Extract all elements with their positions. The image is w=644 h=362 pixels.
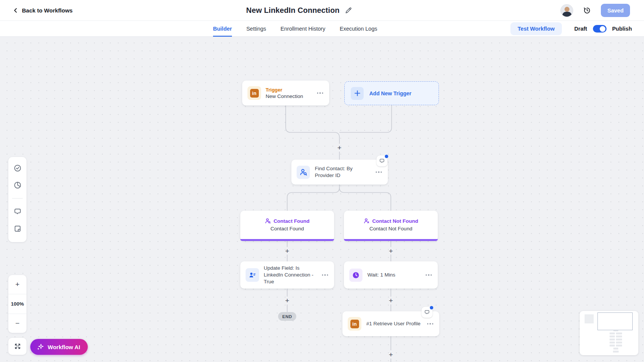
linkedin-icon: in (348, 317, 361, 331)
workflow-ai-label: Workflow AI (48, 344, 80, 350)
edit-title-pencil-icon[interactable] (345, 7, 352, 14)
trigger-subtitle: New Connection (266, 93, 303, 99)
workflow-canvas[interactable]: + + + + + + in Trigger New Connection Ad… (0, 37, 644, 362)
branch-subtitle: Contact Found (271, 226, 304, 231)
draft-label: Draft (574, 26, 587, 32)
workflow-tabbar: Builder Settings Enrollment History Exec… (0, 21, 644, 37)
add-action-plus[interactable]: + (285, 297, 289, 304)
zoom-out-button[interactable]: − (8, 314, 26, 333)
update-field-node[interactable]: Update Field: Is LinkedIn Connection - T… (240, 261, 334, 289)
retrieve-user-profile-node[interactable]: in #1 Retrieve User Profile (342, 311, 439, 336)
branch-accent-bar (240, 239, 334, 241)
page-title: New LinkedIn Connection (246, 6, 340, 15)
draft-publish-toggle[interactable] (593, 25, 607, 33)
comment-icon (379, 158, 385, 164)
tab-settings[interactable]: Settings (246, 21, 266, 37)
test-workflow-button[interactable]: Test Workflow (510, 22, 562, 35)
trigger-node[interactable]: in Trigger New Connection (242, 81, 329, 106)
saved-button[interactable]: Saved (601, 4, 630, 17)
add-new-trigger-label: Add New Trigger (369, 90, 411, 96)
tab-enrollment-history[interactable]: Enrollment History (280, 21, 325, 37)
publish-label: Publish (612, 26, 632, 32)
add-action-plus[interactable]: + (389, 351, 393, 358)
contact-search-icon (297, 166, 310, 179)
contact-not-found-icon (364, 218, 370, 224)
comment-icon (424, 309, 430, 315)
header: Back to Workflows New LinkedIn Connectio… (0, 0, 644, 21)
sparkles-ai-icon (36, 343, 44, 351)
end-badge: END (278, 312, 296, 321)
wait-label: Wait: 1 Mins (367, 272, 395, 278)
tab-builder[interactable]: Builder (213, 21, 232, 37)
canvas-tool-rail (8, 157, 26, 242)
back-to-workflows-button[interactable]: Back to Workflows (13, 0, 73, 21)
update-field-label: Update Field: Is LinkedIn Connection - T… (264, 265, 317, 286)
trigger-title: Trigger (266, 87, 303, 93)
add-action-plus[interactable]: + (285, 247, 289, 255)
back-label: Back to Workflows (22, 7, 73, 14)
toggle-knob (600, 26, 605, 32)
notes-icon[interactable] (14, 225, 22, 233)
tabs: Builder Settings Enrollment History Exec… (213, 21, 377, 37)
update-contact-icon (246, 268, 259, 282)
zoom-controls: + 100% − (8, 275, 26, 333)
comments-icon[interactable] (14, 208, 22, 216)
version-history-icon[interactable] (583, 6, 591, 15)
branch-subtitle: Contact Not Found (369, 226, 412, 231)
wait-clock-icon (349, 269, 362, 282)
chevron-left-icon (13, 8, 19, 13)
branch-title: Contact Not Found (372, 218, 418, 224)
branch-title: Contact Found (274, 218, 310, 224)
notification-dot (430, 306, 433, 309)
wait-node[interactable]: Wait: 1 Mins (344, 261, 438, 289)
workflow-ai-button[interactable]: Workflow AI (30, 339, 88, 355)
plus-icon (351, 87, 364, 100)
validation-check-icon[interactable] (14, 164, 22, 172)
more-menu-icon[interactable] (426, 321, 434, 327)
more-menu-icon[interactable] (375, 169, 383, 175)
retrieve-profile-label: #1 Retrieve User Profile (366, 320, 420, 327)
zoom-in-button[interactable]: + (8, 275, 26, 294)
more-menu-icon[interactable] (425, 272, 433, 278)
fullscreen-icon (14, 343, 21, 350)
user-avatar[interactable] (560, 4, 573, 17)
branch-contact-not-found-node[interactable]: Contact Not Found Contact Not Found (344, 211, 438, 241)
find-contact-node[interactable]: Find Contact: By Provider ID (291, 160, 388, 185)
tab-execution-logs[interactable]: Execution Logs (340, 21, 377, 37)
add-action-plus[interactable]: + (389, 247, 393, 255)
add-new-trigger-button[interactable]: Add New Trigger (344, 81, 439, 105)
more-menu-icon[interactable] (321, 272, 329, 278)
find-contact-label: Find Contact: By Provider ID (315, 165, 370, 179)
minimap[interactable] (580, 311, 638, 355)
notification-dot (385, 155, 388, 158)
contact-found-icon (265, 218, 271, 224)
add-action-plus[interactable]: + (389, 297, 393, 304)
comment-badge[interactable] (422, 307, 432, 318)
branch-contact-found-node[interactable]: Contact Found Contact Found (240, 211, 334, 241)
linkedin-icon: in (247, 86, 261, 100)
zoom-level: 100% (8, 294, 26, 313)
stats-pie-icon[interactable] (14, 181, 22, 189)
comment-badge[interactable] (376, 155, 387, 166)
minimap-node (585, 314, 594, 323)
more-menu-icon[interactable] (316, 90, 324, 96)
divider (12, 198, 23, 199)
add-action-plus[interactable]: + (337, 144, 341, 151)
branch-accent-bar (344, 239, 438, 241)
fit-to-screen-button[interactable] (8, 338, 26, 355)
minimap-viewport[interactable] (597, 312, 633, 330)
